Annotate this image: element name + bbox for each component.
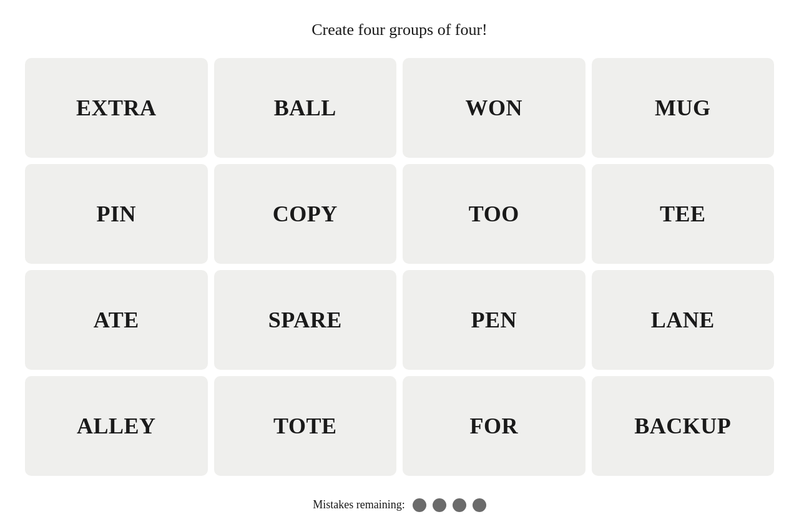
word-card-backup[interactable]: BACKUP: [592, 376, 775, 476]
word-label-extra: EXTRA: [76, 95, 157, 121]
word-label-tote: TOTE: [273, 413, 336, 439]
page-title: Create four groups of four!: [311, 21, 488, 39]
word-grid: EXTRABALLWONMUGPINCOPYTOOTEEATESPAREPENL…: [25, 58, 774, 476]
word-label-backup: BACKUP: [634, 413, 731, 439]
word-label-ball: BALL: [274, 95, 336, 121]
word-card-ball[interactable]: BALL: [214, 58, 397, 158]
word-card-alley[interactable]: ALLEY: [25, 376, 208, 476]
mistake-dot-4: [473, 498, 486, 512]
word-card-mug[interactable]: MUG: [592, 58, 775, 158]
mistake-dot-1: [413, 498, 426, 512]
mistake-dot-3: [453, 498, 466, 512]
word-label-copy: COPY: [273, 201, 338, 227]
word-card-pin[interactable]: PIN: [25, 164, 208, 264]
word-card-won[interactable]: WON: [403, 58, 586, 158]
word-label-lane: LANE: [651, 307, 715, 333]
word-label-tee: TEE: [660, 201, 706, 227]
word-label-ate: ATE: [94, 307, 139, 333]
word-card-pen[interactable]: PEN: [403, 270, 586, 370]
mistakes-container: Mistakes remaining:: [313, 498, 486, 512]
word-card-spare[interactable]: SPARE: [214, 270, 397, 370]
word-label-mug: MUG: [655, 95, 710, 121]
word-label-too: TOO: [469, 201, 519, 227]
word-card-lane[interactable]: LANE: [592, 270, 775, 370]
word-label-won: WON: [466, 95, 523, 121]
word-card-too[interactable]: TOO: [403, 164, 586, 264]
word-label-spare: SPARE: [268, 307, 342, 333]
word-card-extra[interactable]: EXTRA: [25, 58, 208, 158]
word-label-pen: PEN: [471, 307, 517, 333]
word-card-tee[interactable]: TEE: [592, 164, 775, 264]
word-label-for: FOR: [470, 413, 519, 439]
word-card-tote[interactable]: TOTE: [214, 376, 397, 476]
word-label-pin: PIN: [97, 201, 137, 227]
word-card-copy[interactable]: COPY: [214, 164, 397, 264]
word-label-alley: ALLEY: [77, 413, 156, 439]
mistakes-label: Mistakes remaining:: [313, 498, 404, 511]
mistake-dot-2: [433, 498, 446, 512]
word-card-for[interactable]: FOR: [403, 376, 586, 476]
mistakes-dots: [413, 498, 486, 512]
word-card-ate[interactable]: ATE: [25, 270, 208, 370]
